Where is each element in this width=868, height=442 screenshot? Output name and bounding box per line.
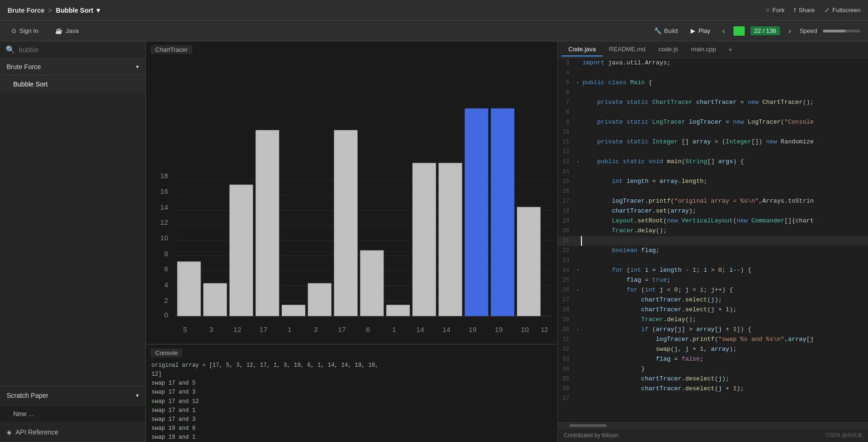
breadcrumb: Brute Force > Bubble Sort ▼ (8, 7, 766, 14)
fork-button[interactable]: ⑂ Fork (766, 7, 785, 14)
svg-text:12: 12 (160, 218, 168, 226)
breadcrumb-brute-force[interactable]: Brute Force (8, 7, 45, 14)
console-output: original array = [17, 5, 3, 12, 17, 1, 3… (146, 359, 557, 442)
code-line-27: 27 chartTracer.select(j); (558, 295, 868, 305)
step-forward-button[interactable]: › (786, 26, 794, 36)
bar-12-highlighted (491, 109, 514, 316)
code-line-35: 35 chartTracer.deselect(j); (558, 374, 868, 384)
step-back-button[interactable]: ‹ (720, 26, 728, 36)
add-tab-button[interactable]: + (725, 44, 736, 56)
code-line-17: 17 logTracer.printf("original array = %s… (558, 197, 868, 206)
sidebar-item-bubble-sort[interactable]: Bubble Sort (0, 76, 145, 93)
tab-main-cpp[interactable]: main.cpp (685, 43, 723, 56)
sidebar-group-brute-force: Brute Force ▾ Bubble Sort (0, 58, 145, 93)
fullscreen-button[interactable]: ⤢ Fullscreen (824, 7, 860, 14)
code-line-25: 25 flag = true; (558, 276, 868, 285)
tab-code-js[interactable]: code.js (652, 43, 685, 56)
breadcrumb-separator: > (48, 7, 52, 14)
contributed-author: 64ison (602, 432, 618, 439)
bar-1 (203, 283, 227, 316)
bar-9 (413, 163, 436, 316)
sidebar-scratch-header[interactable]: Scratch Paper ▾ (0, 386, 145, 405)
speed-slider[interactable] (823, 30, 860, 32)
code-line-6: 6 (558, 88, 868, 98)
bar-0 (177, 261, 201, 316)
svg-text:8: 8 (164, 250, 168, 258)
sidebar-bottom: Scratch Paper ▾ New ... ◈ API Reference (0, 386, 145, 442)
code-line-19: 19 Layout.setRoot(new VerticalLayout(new… (558, 216, 868, 226)
java-button[interactable]: ☕ Java (51, 25, 82, 36)
chart-title: ChartTracer (151, 45, 192, 54)
progress-indicator (733, 26, 745, 36)
code-line-26: 26 ▾ for (int j = 0; j < i; j++) { (558, 285, 868, 295)
sidebar-api-reference[interactable]: ◈ API Reference (0, 423, 145, 442)
code-line-13: 13 ▾ public static void main(String[] ar… (558, 157, 868, 167)
chevron-down-icon: ▾ (136, 63, 139, 70)
play-icon: ▶ (691, 27, 695, 34)
contributed-bar: Contributed by 64ison CSDN @何伏凌 (558, 428, 868, 442)
code-line-5: 5 ▾ public class Main { (558, 78, 868, 88)
code-line-22: 22 boolean flag; (558, 246, 868, 256)
search-bar: 🔍 (0, 41, 145, 58)
chart-svg: 0 2 4 6 8 10 12 14 16 18 (146, 41, 557, 344)
build-button[interactable]: 🔧 Build (650, 25, 682, 36)
bar-6 (334, 130, 358, 316)
console-line: swap 19 and 6 (151, 424, 552, 433)
play-button[interactable]: ▶ Play (687, 25, 714, 36)
code-line-3: 3 import java.util.Arrays; (558, 58, 868, 68)
svg-text:5: 5 (183, 325, 187, 333)
code-line-16: 16 (558, 187, 868, 197)
top-nav-actions: ⑂ Fork f Share ⤢ Fullscreen (766, 7, 860, 14)
build-icon: 🔧 (654, 27, 661, 34)
bar-3 (255, 130, 279, 316)
bar-13 (517, 207, 541, 316)
code-editor[interactable]: 3 import java.util.Arrays; 4 5 ▾ public … (558, 58, 868, 422)
code-line-37: 37 (558, 394, 868, 404)
code-line-33: 33 flag = false; (558, 355, 868, 364)
svg-text:10: 10 (160, 234, 168, 242)
code-line-32: 32 swap(j, j + 1, array); (558, 345, 868, 355)
speed-label: Speed (799, 27, 817, 34)
share-button[interactable]: f Share (794, 7, 815, 14)
tab-code-java[interactable]: Code.java (562, 43, 603, 56)
toolbar-right: 🔧 Build ▶ Play ‹ 22 / 136 › Speed (650, 25, 860, 36)
java-icon: ☕ (55, 27, 63, 34)
sidebar-group-header[interactable]: Brute Force ▾ (0, 58, 145, 76)
console-line: swap 17 and 1 (151, 406, 552, 415)
sidebar: 🔍 Brute Force ▾ Bubble Sort Scratch Pape… (0, 41, 146, 442)
bar-10 (438, 163, 462, 316)
breadcrumb-bubble-sort[interactable]: Bubble Sort ▼ (56, 7, 102, 14)
chart-section: ChartTracer 0 2 4 6 8 10 12 14 16 18 (146, 41, 557, 345)
tab-readme[interactable]: README.md (603, 43, 652, 56)
svg-text:4: 4 (164, 281, 168, 289)
svg-text:10: 10 (521, 325, 529, 333)
svg-text:0: 0 (164, 311, 168, 319)
console-line: swap 17 and 5 (151, 379, 552, 388)
sidebar-new-item[interactable]: New ... (0, 405, 145, 423)
scrollbar-thumb[interactable] (569, 424, 607, 427)
code-tabs: Code.java README.md code.js main.cpp + (558, 41, 868, 58)
svg-text:14: 14 (416, 325, 424, 333)
main-content: 🔍 Brute Force ▾ Bubble Sort Scratch Pape… (0, 41, 868, 442)
code-line-12: 12 (558, 147, 868, 157)
svg-text:19: 19 (469, 325, 477, 333)
svg-text:12: 12 (541, 326, 548, 333)
bar-11-highlighted (465, 109, 488, 316)
code-line-11: 11 private static Integer [] array = (In… (558, 137, 868, 147)
console-line: original array = [17, 5, 3, 12, 17, 1, 3… (151, 361, 552, 370)
svg-text:19: 19 (495, 325, 503, 333)
svg-text:14: 14 (160, 203, 168, 211)
console-line: swap 17 and 3 (151, 388, 552, 397)
console-line: 12] (151, 370, 552, 379)
bar-2 (230, 185, 253, 316)
svg-text:2: 2 (164, 296, 168, 304)
share-icon: f (794, 7, 796, 14)
search-input[interactable] (19, 46, 140, 54)
code-line-20: 20 Tracer.delay(); (558, 226, 868, 236)
code-line-29: 29 Tracer.delay(); (558, 315, 868, 325)
horizontal-scrollbar[interactable] (558, 422, 868, 428)
code-panel: Code.java README.md code.js main.cpp + 3… (557, 41, 868, 442)
signin-button[interactable]: ⊙ Sign In (8, 25, 42, 36)
chevron-down-icon-scratch: ▾ (136, 392, 139, 399)
top-nav: Brute Force > Bubble Sort ▼ ⑂ Fork f Sha… (0, 0, 868, 21)
